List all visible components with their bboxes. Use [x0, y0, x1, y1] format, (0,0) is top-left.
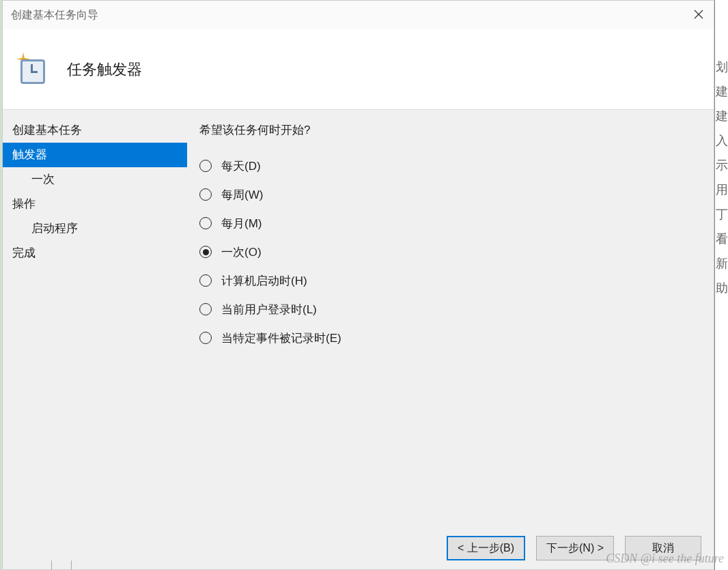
- partial-text: 助: [715, 276, 728, 300]
- trigger-option[interactable]: 当前用户登录时(L): [199, 295, 703, 324]
- partial-text: 用: [715, 177, 728, 202]
- close-button[interactable]: [689, 6, 708, 23]
- page-title: 任务触发器: [67, 59, 142, 80]
- radio-icon: [199, 274, 212, 287]
- option-label: 每月(M): [221, 216, 262, 231]
- task-scheduler-icon: [18, 54, 49, 85]
- wizard-step[interactable]: 创建基本任务: [3, 118, 187, 143]
- radio-icon: [199, 332, 212, 344]
- wizard-footer: < 上一步(B) 下一步(N) > 取消: [3, 527, 714, 569]
- wizard-header: 任务触发器: [3, 29, 714, 110]
- partial-text: 入: [715, 128, 728, 153]
- wizard-steps-sidebar: 创建基本任务触发器一次操作启动程序完成: [3, 110, 187, 527]
- back-button[interactable]: < 上一步(B): [447, 536, 525, 560]
- wizard-step[interactable]: 触发器: [3, 143, 187, 167]
- option-label: 一次(O): [221, 244, 262, 260]
- radio-icon: [199, 246, 212, 258]
- wizard-dialog: 创建基本任务向导 任务触发器 创建基本任务触发器一次操作启动程序完成 希望该任务…: [2, 0, 714, 570]
- option-label: 当前用户登录时(L): [221, 302, 317, 317]
- window-title: 创建基本任务向导: [11, 8, 98, 23]
- trigger-options-group: 每天(D)每周(W)每月(M)一次(O)计算机启动时(H)当前用户登录时(L)当…: [199, 152, 703, 352]
- radio-icon: [199, 217, 212, 229]
- background-panel-partial: 划建建入示用丁看新助: [714, 0, 728, 570]
- cancel-button[interactable]: 取消: [625, 536, 701, 560]
- option-label: 每天(D): [221, 158, 261, 174]
- ruler-tick: [51, 560, 72, 570]
- partial-text: 丁: [715, 202, 728, 227]
- radio-icon: [199, 188, 212, 201]
- wizard-step[interactable]: 完成: [3, 241, 187, 266]
- trigger-option[interactable]: 当特定事件被记录时(E): [199, 324, 703, 352]
- trigger-option[interactable]: 计算机启动时(H): [199, 266, 703, 295]
- partial-text: 示: [715, 153, 728, 177]
- wizard-body: 创建基本任务触发器一次操作启动程序完成 希望该任务何时开始? 每天(D)每周(W…: [3, 110, 714, 527]
- partial-text: 建: [715, 79, 728, 104]
- titlebar: 创建基本任务向导: [3, 1, 714, 29]
- wizard-content: 希望该任务何时开始? 每天(D)每周(W)每月(M)一次(O)计算机启动时(H)…: [187, 110, 714, 527]
- trigger-option[interactable]: 每周(W): [199, 180, 703, 209]
- partial-text: 划: [715, 55, 728, 79]
- radio-icon: [199, 303, 212, 315]
- wizard-step[interactable]: 启动程序: [3, 216, 187, 241]
- partial-text: 新: [715, 251, 728, 276]
- radio-icon: [199, 160, 212, 172]
- trigger-option[interactable]: 每月(M): [199, 209, 703, 238]
- close-icon: [694, 10, 703, 19]
- partial-text: 看: [715, 227, 728, 251]
- partial-text: 建: [715, 104, 728, 128]
- wizard-step[interactable]: 一次: [3, 167, 187, 192]
- option-label: 每周(W): [221, 187, 263, 203]
- next-button[interactable]: 下一步(N) >: [536, 536, 614, 560]
- trigger-option[interactable]: 每天(D): [199, 152, 703, 180]
- question-label: 希望该任务何时开始?: [199, 122, 703, 138]
- option-label: 计算机启动时(H): [221, 273, 307, 289]
- trigger-option[interactable]: 一次(O): [199, 238, 703, 266]
- wizard-step[interactable]: 操作: [3, 192, 187, 216]
- option-label: 当特定事件被记录时(E): [221, 330, 341, 346]
